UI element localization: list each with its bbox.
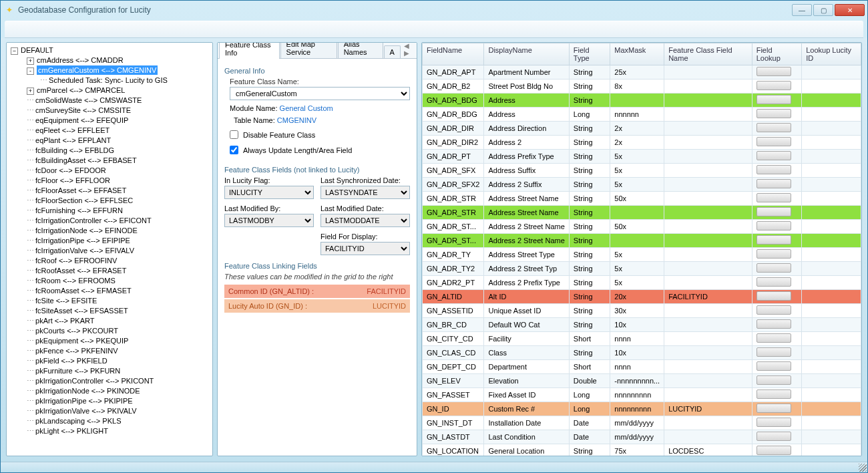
table-cell[interactable]: String bbox=[569, 444, 610, 456]
field-lookup-button[interactable] bbox=[756, 432, 791, 441]
tree-item[interactable]: ⋯ pkEquipment <--> PKEQUIP bbox=[8, 336, 211, 346]
table-cell[interactable] bbox=[752, 402, 802, 416]
table-cell[interactable]: GN_ADR_SFX2 bbox=[423, 178, 484, 192]
table-cell[interactable] bbox=[752, 122, 802, 136]
tab-alias-names[interactable]: Alias Names bbox=[338, 42, 383, 58]
field-lookup-button[interactable] bbox=[756, 347, 791, 357]
table-cell[interactable] bbox=[802, 430, 861, 444]
table-cell[interactable] bbox=[664, 430, 752, 444]
disable-fc-checkbox[interactable] bbox=[230, 130, 238, 139]
table-row[interactable]: GN_ADR_SFX2Address 2 SuffixString5x bbox=[423, 178, 861, 192]
table-cell[interactable] bbox=[664, 388, 752, 402]
table-cell[interactable]: Address bbox=[484, 108, 569, 122]
tree-item[interactable]: ⋯ pkField <--> PKFIELD bbox=[8, 356, 211, 366]
table-cell[interactable] bbox=[752, 234, 802, 248]
table-cell[interactable]: mm/dd/yyyy bbox=[610, 430, 664, 444]
table-cell[interactable] bbox=[610, 94, 664, 108]
column-header[interactable]: FieldName bbox=[423, 43, 484, 65]
table-cell[interactable] bbox=[664, 65, 752, 80]
table-cell[interactable] bbox=[610, 206, 664, 220]
field-lookup-button[interactable] bbox=[756, 375, 791, 385]
tree-item[interactable]: ⋯ fcSite <--> EFSITE bbox=[8, 296, 211, 306]
table-cell[interactable]: 5x bbox=[610, 276, 664, 290]
table-cell[interactable]: General Location bbox=[484, 444, 569, 456]
field-lookup-button[interactable] bbox=[756, 418, 791, 427]
table-cell[interactable]: String bbox=[569, 65, 610, 80]
table-cell[interactable]: GN_DEPT_CD bbox=[423, 360, 484, 374]
table-cell[interactable]: Short bbox=[569, 360, 610, 374]
last-mod-by-combo[interactable]: LASTMODBY bbox=[224, 214, 314, 227]
table-cell[interactable]: 50x bbox=[610, 220, 664, 234]
table-cell[interactable]: GN_ADR_DIR2 bbox=[423, 136, 484, 150]
table-row[interactable]: GN_CLAS_CDClassString10x bbox=[423, 346, 861, 360]
tree-item[interactable]: ⋯ fcRoomAsset <--> EFMASET bbox=[8, 286, 211, 296]
table-cell[interactable]: String bbox=[569, 276, 610, 290]
table-cell[interactable] bbox=[802, 388, 861, 402]
field-lookup-button[interactable] bbox=[756, 193, 791, 202]
table-cell[interactable]: String bbox=[569, 262, 610, 276]
table-row[interactable]: GN_DEPT_CDDepartmentShortnnnn bbox=[423, 360, 861, 374]
table-cell[interactable] bbox=[752, 248, 802, 262]
tree-item[interactable]: ⋯ cmSolidWaste <--> CMSWASTE bbox=[8, 96, 211, 106]
tree-toggle-icon[interactable]: − bbox=[11, 47, 18, 55]
tree-item[interactable]: ⋯ pkCourts <--> PKCOURT bbox=[8, 326, 211, 336]
table-cell[interactable]: mm/dd/yyyy bbox=[610, 416, 664, 430]
table-cell[interactable] bbox=[802, 402, 861, 416]
table-cell[interactable] bbox=[664, 80, 752, 94]
table-cell[interactable]: GN_ADR_STR bbox=[423, 192, 484, 206]
table-cell[interactable] bbox=[802, 192, 861, 206]
column-header[interactable]: Field Lookup bbox=[752, 43, 802, 65]
table-row[interactable]: GN_ADR_B2Street Post Bldg NoString8x bbox=[423, 80, 861, 94]
tree-item[interactable]: ⋯ pkFence <--> PKFENINV bbox=[8, 346, 211, 356]
table-cell[interactable]: -nnnnnnnnn... bbox=[610, 374, 664, 388]
table-cell[interactable] bbox=[752, 65, 802, 80]
table-cell[interactable] bbox=[752, 416, 802, 430]
field-lookup-button[interactable] bbox=[756, 235, 791, 245]
table-cell[interactable] bbox=[752, 164, 802, 178]
table-cell[interactable] bbox=[802, 304, 861, 318]
table-cell[interactable] bbox=[802, 206, 861, 220]
field-lookup-button[interactable] bbox=[756, 81, 791, 90]
table-cell[interactable]: GN_FASSET bbox=[423, 388, 484, 402]
table-cell[interactable]: GN_LASTDT bbox=[423, 430, 484, 444]
table-cell[interactable] bbox=[752, 346, 802, 360]
table-cell[interactable] bbox=[802, 416, 861, 430]
table-cell[interactable]: FACILITYID bbox=[664, 290, 752, 304]
table-cell[interactable] bbox=[752, 318, 802, 332]
table-cell[interactable]: Address Direction bbox=[484, 122, 569, 136]
field-lookup-button[interactable] bbox=[756, 263, 791, 273]
table-cell[interactable] bbox=[610, 234, 664, 248]
table-cell[interactable]: Last Condition bbox=[484, 430, 569, 444]
table-cell[interactable] bbox=[802, 94, 861, 108]
table-cell[interactable]: String bbox=[569, 178, 610, 192]
table-cell[interactable] bbox=[802, 164, 861, 178]
table-cell[interactable] bbox=[664, 164, 752, 178]
table-cell[interactable] bbox=[664, 332, 752, 346]
table-cell[interactable]: 30x bbox=[610, 304, 664, 318]
table-cell[interactable] bbox=[664, 262, 752, 276]
table-cell[interactable] bbox=[802, 444, 861, 456]
fields-grid[interactable]: FieldNameDisplayNameField TypeMaxMaskFea… bbox=[422, 43, 861, 456]
table-cell[interactable]: String bbox=[569, 248, 610, 262]
table-cell[interactable]: nnnnnnnnn bbox=[610, 402, 664, 416]
table-cell[interactable]: String bbox=[569, 192, 610, 206]
table-cell[interactable]: String bbox=[569, 290, 610, 304]
field-lookup-button[interactable] bbox=[756, 446, 791, 455]
column-header[interactable]: MaxMask bbox=[610, 43, 664, 65]
field-lookup-button[interactable] bbox=[756, 389, 791, 399]
tree-item[interactable]: ⋯ eqFleet <--> EFFLEET bbox=[8, 126, 211, 136]
table-row[interactable]: GN_LOCATIONGeneral LocationString75xLOCD… bbox=[423, 444, 861, 456]
tree-item[interactable]: ⋯ fcSiteAsset <--> EFSASSET bbox=[8, 306, 211, 316]
table-cell[interactable] bbox=[664, 304, 752, 318]
maximize-button[interactable]: ▢ bbox=[813, 4, 833, 16]
always-update-checkbox[interactable] bbox=[230, 146, 238, 154]
table-cell[interactable]: String bbox=[569, 150, 610, 164]
table-cell[interactable]: GN_ASSETID bbox=[423, 304, 484, 318]
table-cell[interactable] bbox=[664, 178, 752, 192]
table-row[interactable]: GN_ADR_SFXAddress SuffixString5x bbox=[423, 164, 861, 178]
table-cell[interactable]: GN_ELEV bbox=[423, 374, 484, 388]
tree-toggle-icon[interactable]: + bbox=[27, 57, 34, 65]
field-lookup-button[interactable] bbox=[756, 404, 791, 413]
table-cell[interactable]: Class bbox=[484, 346, 569, 360]
field-lookup-button[interactable] bbox=[756, 165, 791, 174]
